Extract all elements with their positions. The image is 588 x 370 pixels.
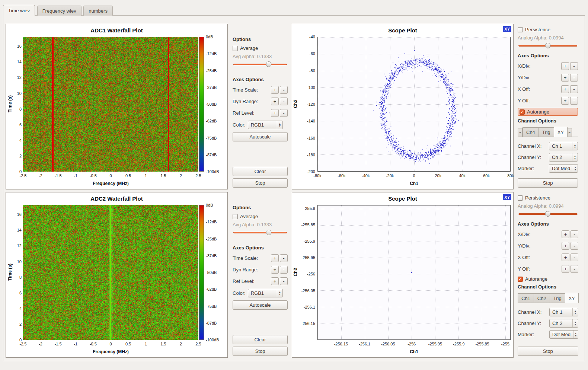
avg-alpha-slider[interactable] [233,229,287,236]
spin-down-icon[interactable]: ▼ [278,293,281,296]
channel-y-value: Ch 2 [550,319,572,327]
channel-tab-ch4[interactable]: Ch4 [523,127,539,137]
increment-button[interactable]: + [271,277,279,285]
channel-x-select[interactable]: Ch 1 ▲▼ [549,308,578,316]
spinner-arrows[interactable]: ▲▼ [573,331,578,338]
increment-button[interactable]: + [562,242,569,250]
increment-button[interactable]: + [271,98,279,105]
analog-alpha-slider[interactable] [518,42,577,49]
analog-alpha-slider[interactable] [518,211,578,217]
channel-y-select[interactable]: Ch 2 ▲▼ [549,319,578,328]
spinner-arrows[interactable]: ▲▼ [572,153,578,161]
decrement-button[interactable]: - [571,265,578,273]
average-checkbox[interactable]: ✓ [233,214,238,219]
channel-x-select[interactable]: Ch 1 ▲▼ [549,142,578,150]
spinner-arrows[interactable]: ▲▼ [277,289,282,297]
spin-down-icon[interactable]: ▼ [574,169,577,171]
channel-tab-trig[interactable]: Trig [539,127,554,137]
decrement-button[interactable]: - [571,230,578,238]
marker-label: Marker: [518,166,549,171]
decrement-button[interactable]: - [280,277,288,285]
stop-button[interactable]: Stop [233,347,288,356]
decrement-button[interactable]: - [280,266,288,274]
time-scale-label: Time Scale: [233,87,270,93]
tab-frequency-view[interactable]: Frequency wiev [37,6,82,16]
decrement-button[interactable]: - [570,85,578,93]
slider-handle[interactable] [266,61,272,67]
clear-button[interactable]: Clear [233,167,288,176]
decrement-button[interactable]: - [280,86,288,94]
channel-tab-xy[interactable]: XY [554,127,568,137]
autorange-checkbox[interactable]: ✓ [520,109,525,115]
stop-button[interactable]: Stop [518,347,578,356]
y-off-label: Y Off: [518,98,560,103]
slider-handle[interactable] [545,211,551,217]
decrement-button[interactable]: - [570,62,578,70]
clear-button[interactable]: Clear [233,335,288,344]
average-checkbox-row[interactable]: ✓ Average [233,45,288,51]
autorange-checkbox-row[interactable]: ✓ Autorange [518,108,578,116]
marker-select[interactable]: Dot Med ▲▼ [549,330,578,339]
spinner-arrows[interactable]: ▲▼ [572,319,578,327]
spinner-arrows[interactable]: ▲▼ [277,121,282,129]
average-checkbox[interactable]: ✓ [233,46,238,51]
persistence-checkbox[interactable]: ✓ [518,195,523,201]
decrement-button[interactable]: - [570,74,578,82]
tab-scroll-left-icon[interactable]: ◀ [518,128,523,137]
spin-down-icon[interactable]: ▼ [574,157,576,160]
tab-numbers[interactable]: numbers [83,6,113,16]
autoscale-button[interactable]: Autoscale [233,300,288,310]
autorange-checkbox-row[interactable]: ✓ Autorange [518,276,578,282]
increment-button[interactable]: + [271,86,279,94]
channel-tab-xy[interactable]: XY [565,293,579,303]
increment-button[interactable]: + [271,254,279,262]
channel-tab-ch1[interactable]: Ch1 [518,293,534,303]
spin-down-icon[interactable]: ▼ [575,335,577,337]
color-select[interactable]: RGB1 ▲▼ [248,121,283,129]
stop-button[interactable]: Stop [518,178,578,188]
spin-down-icon[interactable]: ▼ [574,323,577,326]
marker-select[interactable]: Dot Med ▲▼ [549,164,578,173]
spin-down-icon[interactable]: ▼ [574,312,577,315]
spinner-arrows[interactable]: ▲▼ [573,165,578,172]
decrement-button[interactable]: - [570,97,578,105]
increment-button[interactable]: + [562,230,569,238]
increment-button[interactable]: + [561,74,569,82]
autorange-label: Autorange [527,109,549,115]
increment-button[interactable]: + [561,97,569,105]
tab-scroll-right-icon[interactable]: ▶ [567,128,572,137]
average-checkbox-row[interactable]: ✓ Average [233,214,288,219]
decrement-button[interactable]: - [571,253,578,261]
spin-down-icon[interactable]: ▼ [278,125,281,127]
decrement-button[interactable]: - [280,254,288,262]
color-select[interactable]: RGB1 ▲▼ [248,289,283,297]
increment-button[interactable]: + [562,265,569,273]
autorange-checkbox[interactable]: ✓ [518,277,523,282]
marker-row: Marker: Dot Med ▲▼ [518,330,578,339]
channel-tab-trig[interactable]: Trig [550,293,565,303]
increment-button[interactable]: + [562,253,569,261]
channel-y-select[interactable]: Ch 2 ▲▼ [549,153,578,162]
persistence-checkbox-row[interactable]: ✓ Persistence [518,27,578,32]
persistence-checkbox[interactable]: ✓ [518,27,523,32]
channel-x-row: Channel X: Ch 1 ▲▼ [518,142,578,150]
stop-button[interactable]: Stop [233,178,288,188]
persistence-checkbox-row[interactable]: ✓ Persistence [518,195,578,201]
slider-handle[interactable] [266,230,272,235]
increment-button[interactable]: + [271,266,279,274]
avg-alpha-slider[interactable] [233,61,287,68]
decrement-button[interactable]: - [280,109,288,117]
autoscale-button[interactable]: Autoscale [233,132,288,141]
increment-button[interactable]: + [561,85,569,93]
decrement-button[interactable]: - [280,98,288,105]
spinner-arrows[interactable]: ▲▼ [572,308,578,316]
spinner-arrows[interactable]: ▲▼ [572,142,578,150]
decrement-button[interactable]: - [571,242,578,250]
increment-button[interactable]: + [271,109,279,117]
increment-button[interactable]: + [561,62,569,70]
check-icon: ✓ [518,277,522,281]
channel-tab-ch2[interactable]: Ch2 [534,293,550,303]
tab-time-view[interactable]: Time wiev [3,5,35,16]
slider-handle[interactable] [545,43,551,48]
spin-down-icon[interactable]: ▼ [574,146,576,149]
